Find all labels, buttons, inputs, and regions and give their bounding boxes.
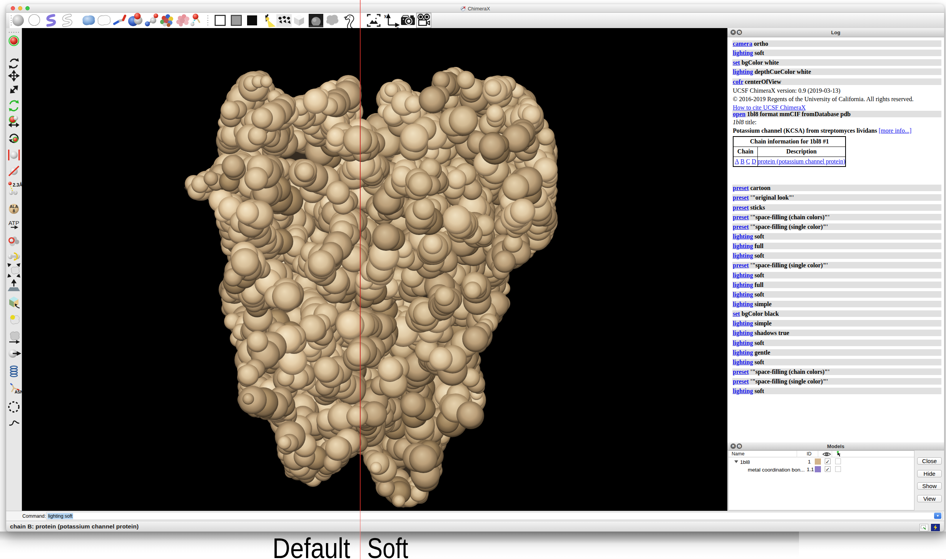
- svg-text:ATP: ATP: [8, 220, 19, 226]
- svg-text:8: 8: [13, 208, 15, 213]
- svg-text:2.3Å: 2.3Å: [13, 182, 22, 188]
- svg-text:ASN: ASN: [15, 390, 22, 394]
- svg-text:y: y: [384, 13, 387, 18]
